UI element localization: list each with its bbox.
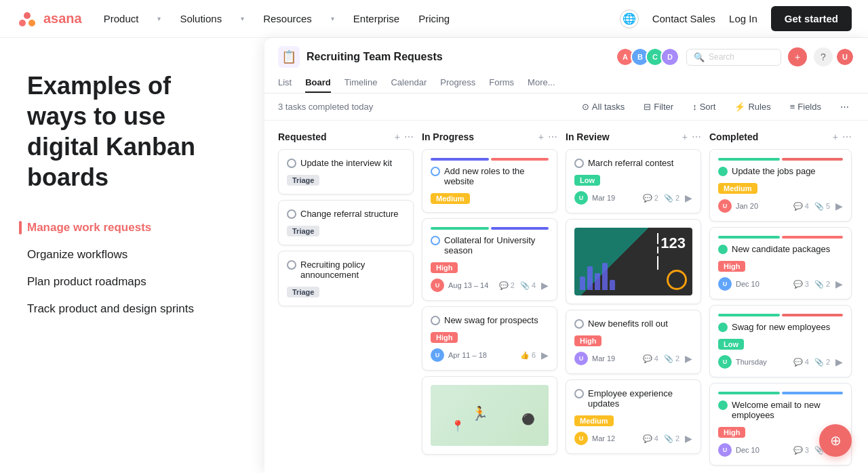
card-avatar: U xyxy=(574,432,588,445)
card-badge: Low xyxy=(574,175,600,186)
card-footer: U Apr 11 – 18 👍6▶ xyxy=(431,348,549,362)
fab-button[interactable]: ⊕ xyxy=(819,424,852,457)
rules-button[interactable]: ⚡ Rules xyxy=(729,99,776,115)
card-expand-button[interactable]: ▶ xyxy=(835,201,843,211)
col-actions: + ⋯ xyxy=(833,131,852,142)
card-date: Jan 20 xyxy=(736,202,758,210)
left-nav-item[interactable]: Manage work requests xyxy=(27,214,237,241)
card-title-text: Change referral structure xyxy=(300,209,399,219)
card-title: New swag for prospects xyxy=(431,315,549,325)
nav-product[interactable]: Product xyxy=(104,13,139,24)
card-title-text: Update the jobs page xyxy=(732,166,816,176)
all-tasks-icon: ⊙ xyxy=(582,102,589,112)
card-badge: High xyxy=(431,332,458,343)
card-c3[interactable]: Swag for new employeesLow U Thursday 💬4📎… xyxy=(709,305,852,377)
comment-icon: 💬 xyxy=(793,358,803,367)
card-expand-button[interactable]: ▶ xyxy=(685,353,692,364)
card-expand-button[interactable]: ▶ xyxy=(835,279,843,289)
col-more-button[interactable]: ⋯ xyxy=(842,131,852,142)
app-header: 📋 Recruiting Team Requests A B C D 🔍 Sea… xyxy=(264,38,868,94)
fields-icon: ≡ xyxy=(790,102,795,112)
logo[interactable]: asana xyxy=(16,8,82,30)
fields-button[interactable]: ≡ Fields xyxy=(785,99,827,115)
card-ir2[interactable]: 123 xyxy=(566,219,701,304)
login-link[interactable]: Log In xyxy=(729,13,757,24)
add-button[interactable]: + xyxy=(788,47,807,66)
card-r2[interactable]: Change referral structureTriage xyxy=(278,200,414,245)
app-tab-progress[interactable]: Progress xyxy=(440,73,475,93)
card-title: March referral contest xyxy=(574,158,692,168)
card-ip2[interactable]: Collateral for University seasonHigh U A… xyxy=(422,218,557,301)
card-title: Add new roles to the website xyxy=(431,166,549,186)
card-expand-button[interactable]: ▶ xyxy=(685,433,692,444)
card-title: Recruiting policy announcement xyxy=(287,260,405,280)
col-more-button[interactable]: ⋯ xyxy=(692,131,701,142)
card-ip1[interactable]: Add new roles to the websiteMedium xyxy=(422,149,557,213)
filter-button[interactable]: ⊟ Filter xyxy=(638,99,679,115)
card-title-text: New benefits roll out xyxy=(588,318,668,329)
comment-icon: 💬 xyxy=(499,281,509,290)
card-badge: Medium xyxy=(431,193,470,204)
sort-button[interactable]: ↕ Sort xyxy=(687,99,721,115)
card-date: Aug 13 – 14 xyxy=(448,281,488,289)
nav-resources[interactable]: Resources xyxy=(263,13,312,24)
card-ir4[interactable]: Employee experience updatesMedium U Mar … xyxy=(566,379,701,454)
search-icon: 🔍 xyxy=(694,52,705,62)
attachments-count: 📎2 xyxy=(814,358,830,367)
card-ip3[interactable]: New swag for prospectsHigh U Apr 11 – 18… xyxy=(422,306,557,371)
card-ip4[interactable]: 🏃 📍 ⚫ xyxy=(422,376,557,455)
app-tab-timeline[interactable]: Timeline xyxy=(344,73,378,93)
card-meta: 💬4📎2▶ xyxy=(643,353,692,364)
all-tasks-button[interactable]: ⊙ All tasks xyxy=(576,99,630,115)
card-ir3[interactable]: New benefits roll outHigh U Mar 19 💬4📎2▶ xyxy=(566,310,701,374)
col-more-button[interactable]: ⋯ xyxy=(404,131,414,142)
card-footer-left: U Dec 10 xyxy=(718,443,760,457)
card-expand-button[interactable]: ▶ xyxy=(541,350,549,361)
col-add-button[interactable]: + xyxy=(833,131,838,142)
card-ir1[interactable]: March referral contestLow U Mar 19 💬2📎2▶ xyxy=(566,149,701,213)
help-button[interactable]: ? xyxy=(814,47,833,66)
col-more-button[interactable]: ⋯ xyxy=(548,131,557,142)
user-avatar[interactable]: U xyxy=(835,47,854,66)
contact-sales-link[interactable]: Contact Sales xyxy=(652,13,715,24)
card-c2[interactable]: New candidate packagesHigh U Dec 10 💬3📎2… xyxy=(709,227,852,300)
app-tab-list[interactable]: List xyxy=(278,73,292,93)
left-nav-item[interactable]: Track product and design sprints xyxy=(27,295,237,323)
card-meta: 💬2📎4▶ xyxy=(499,280,549,291)
card-expand-button[interactable]: ▶ xyxy=(541,280,549,291)
nav-enterprise[interactable]: Enterprise xyxy=(353,13,399,24)
app-tab-forms[interactable]: Forms xyxy=(489,73,514,93)
nav-pricing[interactable]: Pricing xyxy=(418,13,450,24)
map-image: 🏃 📍 ⚫ xyxy=(431,385,549,446)
project-name: Recruiting Team Requests xyxy=(307,51,443,63)
get-started-button[interactable]: Get started xyxy=(771,6,852,31)
card-title: Collateral for University season xyxy=(431,235,549,255)
card-footer-left: U Thursday xyxy=(718,355,767,369)
card-expand-button[interactable]: ▶ xyxy=(835,356,843,367)
card-title: Swag for new employees xyxy=(718,322,843,332)
comment-icon: 💬 xyxy=(793,446,803,455)
col-add-button[interactable]: + xyxy=(538,131,544,142)
globe-icon[interactable]: 🌐 xyxy=(620,9,639,28)
app-tab-calendar[interactable]: Calendar xyxy=(391,73,427,93)
app-tab-board[interactable]: Board xyxy=(305,73,331,93)
card-r3[interactable]: Recruiting policy announcementTriage xyxy=(278,251,414,306)
card-r1[interactable]: Update the interview kitTriage xyxy=(278,149,414,194)
card-c1[interactable]: Update the jobs pageMedium U Jan 20 💬4📎5… xyxy=(709,149,852,222)
app-tab-more[interactable]: More... xyxy=(528,73,555,93)
card-status-circle xyxy=(431,167,440,176)
card-footer-left: U Apr 11 – 18 xyxy=(431,348,487,362)
card-footer: U Mar 19 💬2📎2▶ xyxy=(574,191,692,205)
kanban-col-requested: Requested + ⋯ Update the interview kitTr… xyxy=(278,131,414,312)
card-badge: Triage xyxy=(287,226,319,236)
left-nav-item[interactable]: Plan product roadmaps xyxy=(27,268,237,295)
col-add-button[interactable]: + xyxy=(395,131,400,142)
left-nav-item[interactable]: Organize workflows xyxy=(27,241,237,268)
col-add-button[interactable]: + xyxy=(682,131,688,142)
search-box[interactable]: 🔍 Search xyxy=(686,49,781,66)
nav-solutions[interactable]: Solutions xyxy=(180,13,222,24)
card-title: Welcome email to new employees xyxy=(718,400,843,420)
more-options-button[interactable]: ⋯ xyxy=(835,99,854,115)
card-expand-button[interactable]: ▶ xyxy=(685,192,692,203)
toolbar-right: ⊙ All tasks ⊟ Filter ↕ Sort ⚡ Rules ≡ xyxy=(576,99,854,115)
